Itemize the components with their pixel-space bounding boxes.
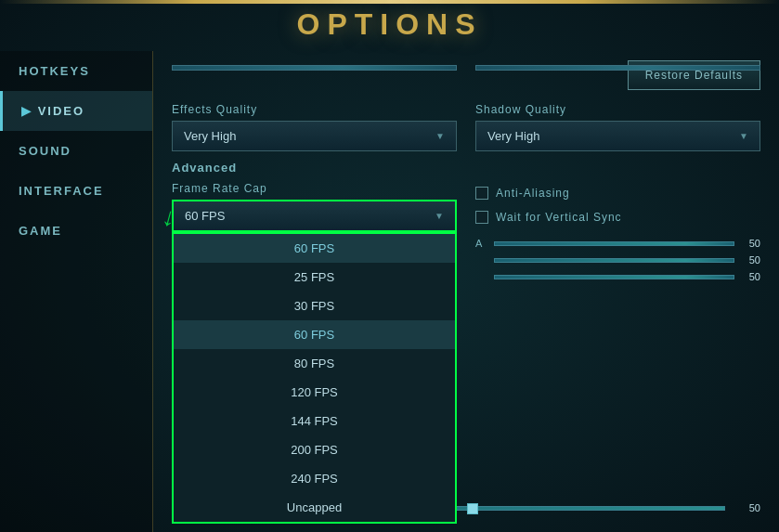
- advanced-section-label: Advanced: [172, 161, 760, 175]
- sidebar-item-interface[interactable]: INTERFACE: [0, 171, 152, 211]
- shadow-quality-arrow-icon: ▼: [739, 131, 748, 141]
- shadow-quality-group: Shadow Quality Very High ▼: [475, 103, 760, 151]
- dropdown-item-60fps-top[interactable]: 60 FPS: [174, 234, 455, 263]
- slider-1-label: A: [475, 238, 489, 249]
- top-slider-right: [475, 65, 760, 71]
- top-slider-right-track[interactable]: [475, 65, 760, 71]
- top-sliders-row: [172, 65, 760, 71]
- anti-aliasing-label: Anti-Aliasing: [496, 187, 570, 200]
- color-contrast-thumb[interactable]: [467, 503, 478, 514]
- dropdown-item-60fps[interactable]: 60 FPS: [174, 320, 455, 349]
- frame-rate-value: 60 FPS: [185, 209, 225, 223]
- color-contrast-value: 50: [734, 502, 760, 513]
- frame-rate-dropdown: 60 FPS 25 FPS 30 FPS 60 FPS 80 FPS 120 F…: [172, 232, 457, 524]
- dropdown-item-uncapped[interactable]: Uncapped: [174, 493, 455, 522]
- dropdown-item-240fps[interactable]: 240 FPS: [174, 464, 455, 493]
- effects-quality-value: Very High: [184, 129, 236, 143]
- anti-aliasing-checkbox-item[interactable]: Anti-Aliasing: [475, 187, 760, 200]
- effects-quality-select[interactable]: Very High ▼: [172, 121, 457, 151]
- slider-row-2: 50: [475, 254, 760, 266]
- dropdown-item-80fps[interactable]: 80 FPS: [174, 349, 455, 378]
- slider-2-value: 50: [734, 254, 760, 266]
- frame-rate-section: ↓ Frame Rate Cap 60 FPS ▼ 60 FPS 25 FPS …: [172, 182, 760, 288]
- sidebar-item-video[interactable]: VIDEO: [0, 91, 152, 131]
- frame-rate-select[interactable]: 60 FPS ▼: [172, 200, 457, 232]
- advanced-sliders: A 50 50 50: [475, 238, 760, 282]
- dropdown-item-200fps[interactable]: 200 FPS: [174, 435, 455, 464]
- effects-quality-label: Effects Quality: [172, 103, 457, 116]
- sidebar-item-hotkeys[interactable]: HOTKEYS: [0, 51, 152, 91]
- shadow-quality-value: Very High: [487, 129, 539, 143]
- shadow-quality-select[interactable]: Very High ▼: [475, 121, 760, 151]
- effects-quality-group: Effects Quality Very High ▼: [172, 103, 457, 151]
- sidebar: HOTKEYS VIDEO SOUND INTERFACE GAME: [0, 51, 153, 532]
- vsync-label: Wait for Vertical Sync: [496, 211, 622, 224]
- sidebar-item-game[interactable]: GAME: [0, 211, 152, 251]
- main-content: Effects Quality Very High ▼ Shadow Quali…: [153, 51, 779, 532]
- vsync-checkbox[interactable]: [475, 211, 488, 224]
- checkbox-group: Anti-Aliasing Wait for Vertical Sync: [475, 182, 760, 224]
- top-border-decoration: [0, 0, 779, 4]
- dropdown-item-120fps[interactable]: 120 FPS: [174, 378, 455, 407]
- frame-rate-left: ↓ Frame Rate Cap 60 FPS ▼ 60 FPS 25 FPS …: [172, 182, 457, 232]
- quality-row: Effects Quality Very High ▼ Shadow Quali…: [172, 103, 760, 151]
- sidebar-item-sound[interactable]: SOUND: [0, 131, 152, 171]
- dropdown-item-30fps[interactable]: 30 FPS: [174, 292, 455, 320]
- slider-1-track[interactable]: [494, 241, 734, 246]
- top-slider-left: [172, 65, 457, 71]
- slider-3-track[interactable]: [494, 275, 734, 279]
- slider-row-3: 50: [475, 271, 760, 282]
- slider-3-value: 50: [734, 271, 760, 282]
- dropdown-item-25fps[interactable]: 25 FPS: [174, 263, 455, 292]
- vsync-checkbox-item[interactable]: Wait for Vertical Sync: [475, 211, 760, 224]
- shadow-quality-label: Shadow Quality: [475, 103, 760, 116]
- top-slider-left-track[interactable]: [172, 65, 457, 71]
- slider-2-track[interactable]: [494, 258, 734, 263]
- frame-rate-arrow-icon: ▼: [435, 211, 444, 221]
- dropdown-item-144fps[interactable]: 144 FPS: [174, 407, 455, 435]
- slider-1-value: 50: [734, 238, 760, 249]
- anti-aliasing-checkbox[interactable]: [475, 187, 488, 200]
- effects-quality-arrow-icon: ▼: [435, 131, 445, 141]
- frame-rate-right: Anti-Aliasing Wait for Vertical Sync A 5…: [475, 182, 760, 288]
- slider-row-1: A 50: [475, 238, 760, 249]
- page-title: OPTIONS: [0, 7, 779, 42]
- frame-rate-label: Frame Rate Cap: [172, 182, 457, 195]
